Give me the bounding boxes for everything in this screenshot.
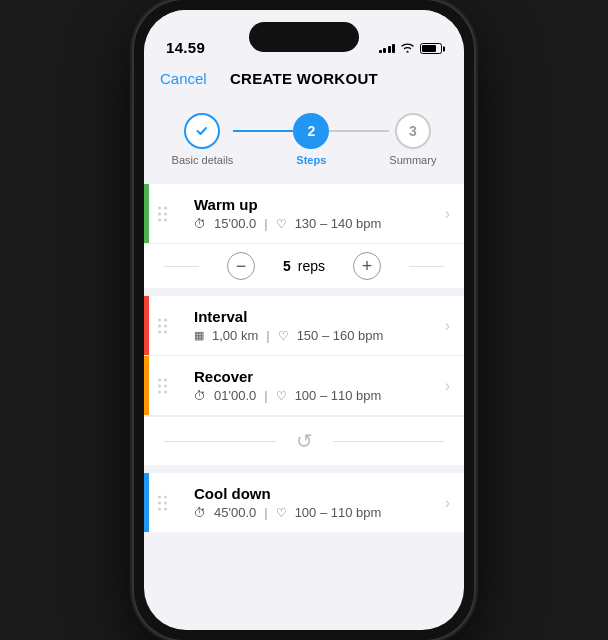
cooldown-title: Cool down — [194, 485, 424, 502]
interval-heart-icon: ♡ — [278, 329, 289, 343]
warmup-title: Warm up — [194, 196, 424, 213]
step-2-label: Steps — [296, 154, 326, 166]
recover-content: Recover ⏱ 01'00.0 | ♡ 100 – 110 bpm — [144, 356, 464, 415]
warmup-chevron-icon: › — [445, 205, 450, 223]
cooldown-time-icon: ⏱ — [194, 506, 206, 520]
step-2: 2 Steps — [293, 113, 329, 166]
step-3-label: Summary — [389, 154, 436, 166]
warmup-item[interactable]: Warm up ⏱ 15'00.0 | ♡ 130 – 140 bpm › — [144, 184, 464, 243]
signal-bars-icon — [379, 44, 396, 53]
section-divider-1 — [144, 288, 464, 296]
dynamic-island — [249, 22, 359, 52]
stepper: Basic details 2 Steps 3 Summary — [144, 97, 464, 184]
interval-title: Interval — [194, 308, 424, 325]
interval-chevron-icon: › — [445, 317, 450, 335]
reps-decrease-button[interactable]: − — [227, 252, 255, 280]
repeat-icon: ↺ — [296, 429, 313, 453]
step-2-circle: 2 — [293, 113, 329, 149]
battery-icon — [420, 43, 442, 54]
recover-time-icon: ⏱ — [194, 389, 206, 403]
recover-drag-handle — [158, 378, 167, 393]
cooldown-color-bar — [144, 473, 149, 532]
reps-increase-button[interactable]: + — [353, 252, 381, 280]
interval-drag-handle — [158, 318, 167, 333]
warmup-time: 15'00.0 — [214, 216, 256, 231]
workout-list: Warm up ⏱ 15'00.0 | ♡ 130 – 140 bpm › — [144, 184, 464, 532]
status-time: 14.59 — [166, 39, 205, 56]
workout-group-2: Interval ▦ 1,00 km | ♡ 150 – 160 bpm › — [144, 296, 464, 465]
warmup-heart-icon: ♡ — [276, 217, 287, 231]
workout-group-3: Cool down ⏱ 45'00.0 | ♡ 100 – 110 bpm › — [144, 473, 464, 532]
nav-title: CREATE WORKOUT — [230, 70, 378, 87]
recover-heart-range: 100 – 110 bpm — [295, 388, 382, 403]
cooldown-heart-icon: ♡ — [276, 506, 287, 520]
nav-bar: Cancel CREATE WORKOUT — [144, 62, 464, 97]
recover-time: 01'00.0 — [214, 388, 256, 403]
recover-title: Recover — [194, 368, 424, 385]
warmup-content: Warm up ⏱ 15'00.0 | ♡ 130 – 140 bpm — [144, 184, 464, 243]
warmup-drag-handle — [158, 206, 167, 221]
warmup-time-icon: ⏱ — [194, 217, 206, 231]
phone-screen: 14.59 — [144, 10, 464, 630]
cooldown-content: Cool down ⏱ 45'00.0 | ♡ 100 – 110 bpm — [144, 473, 464, 532]
reps-count: 5 — [283, 258, 291, 274]
cooldown-chevron-icon: › — [445, 494, 450, 512]
reps-display: 5 reps — [283, 258, 325, 274]
cooldown-details: ⏱ 45'00.0 | ♡ 100 – 110 bpm — [194, 505, 424, 520]
repeat-row-group2: ↺ — [144, 416, 464, 465]
step-connector-2 — [329, 130, 389, 132]
recover-heart-icon: ♡ — [276, 389, 287, 403]
cooldown-item[interactable]: Cool down ⏱ 45'00.0 | ♡ 100 – 110 bpm › — [144, 473, 464, 532]
interval-distance: 1,00 km — [212, 328, 258, 343]
step-3: 3 Summary — [389, 113, 436, 166]
step-1-circle — [184, 113, 220, 149]
recover-chevron-icon: › — [445, 377, 450, 395]
interval-distance-icon: ▦ — [194, 329, 204, 342]
warmup-details: ⏱ 15'00.0 | ♡ 130 – 140 bpm — [194, 216, 424, 231]
interval-color-bar — [144, 296, 149, 355]
step-3-circle: 3 — [395, 113, 431, 149]
step-1-label: Basic details — [172, 154, 234, 166]
section-divider-2 — [144, 465, 464, 473]
cooldown-drag-handle — [158, 495, 167, 510]
reps-row-group1: − 5 reps + — [144, 243, 464, 288]
warmup-color-bar — [144, 184, 149, 243]
reps-label: reps — [298, 258, 325, 274]
recover-details: ⏱ 01'00.0 | ♡ 100 – 110 bpm — [194, 388, 424, 403]
recover-color-bar — [144, 356, 149, 415]
cancel-button[interactable]: Cancel — [160, 70, 207, 87]
interval-details: ▦ 1,00 km | ♡ 150 – 160 bpm — [194, 328, 424, 343]
cooldown-heart-range: 100 – 110 bpm — [295, 505, 382, 520]
workout-group-1: Warm up ⏱ 15'00.0 | ♡ 130 – 140 bpm › — [144, 184, 464, 288]
interval-item[interactable]: Interval ▦ 1,00 km | ♡ 150 – 160 bpm › — [144, 296, 464, 356]
battery-fill — [422, 45, 436, 52]
cooldown-time: 45'00.0 — [214, 505, 256, 520]
wifi-icon — [400, 41, 415, 56]
warmup-heart-range: 130 – 140 bpm — [295, 216, 382, 231]
step-1: Basic details — [172, 113, 234, 166]
interval-heart-range: 150 – 160 bpm — [297, 328, 384, 343]
status-icons — [379, 41, 443, 56]
step-connector-1 — [233, 130, 293, 132]
interval-content: Interval ▦ 1,00 km | ♡ 150 – 160 bpm — [144, 296, 464, 355]
recover-item[interactable]: Recover ⏱ 01'00.0 | ♡ 100 – 110 bpm › — [144, 356, 464, 416]
phone-shell: 14.59 — [134, 0, 474, 640]
